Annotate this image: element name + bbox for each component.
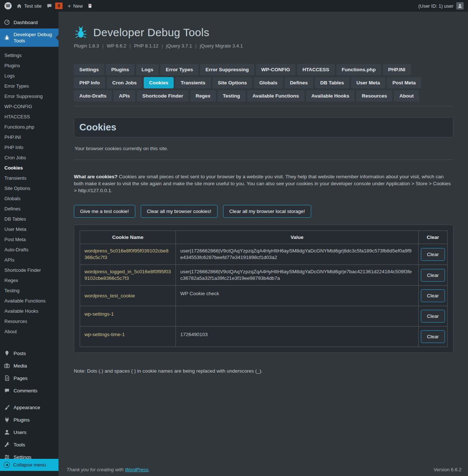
section-subtitle: Your browser cookies currently on this s… (75, 146, 453, 151)
tab-settings[interactable]: Settings (74, 64, 104, 75)
sidebar-sub-apis[interactable]: APIs (0, 255, 58, 265)
sidebar-item-pages[interactable]: Pages (0, 372, 58, 384)
sidebar-item-label: Posts (14, 350, 26, 357)
tab-db-tables[interactable]: DB Tables (315, 77, 350, 88)
tab-plugins[interactable]: Plugins (106, 64, 135, 75)
sidebar-sub-php-ini[interactable]: PHP.INI (0, 132, 58, 142)
sidebar-sub-db-tables[interactable]: DB Tables (0, 214, 58, 224)
divider (74, 160, 453, 160)
tab-shortcode-finder[interactable]: Shortcode Finder (137, 90, 189, 102)
sidebar-sub-globals[interactable]: Globals (0, 194, 58, 204)
sidebar-sub-transients[interactable]: Transients (0, 173, 58, 183)
clear-local-storage-button[interactable]: Clear all my browser local storage! (223, 205, 311, 218)
clear-cookie-button[interactable]: Clear (421, 310, 445, 323)
tab-logs[interactable]: Logs (136, 64, 159, 75)
tab-functions-php[interactable]: Functions.php (336, 64, 381, 75)
tab-resources[interactable]: Resources (356, 90, 392, 102)
cookie-name: wp-settings-1 (80, 306, 176, 327)
clear-cookie-button[interactable]: Clear (421, 248, 445, 261)
sidebar-sub-cookies[interactable]: Cookies (0, 163, 58, 173)
sidebar-sub-available-functions[interactable]: Available Functions (0, 296, 58, 306)
info-body: Cookies are small pieces of text sent to… (74, 174, 451, 193)
sidebar-sub-cron-jobs[interactable]: Cron Jobs (0, 153, 58, 163)
sidebar-item-comments[interactable]: Comments (0, 384, 58, 397)
sidebar-sub-auto-drafts[interactable]: Auto-Drafts (0, 245, 58, 255)
sidebar-sub-error-types[interactable]: Error Types (0, 81, 58, 91)
tab-htaccess[interactable]: HTACCESS (297, 64, 335, 75)
comments-bubble[interactable]: 0 (46, 3, 63, 9)
tab-wp-config[interactable]: WP-CONFIG (256, 64, 296, 75)
tab-php-ini[interactable]: PHP.INI (383, 64, 411, 75)
sidebar-sub-settings[interactable]: Settings (0, 50, 58, 61)
collapse-menu-button[interactable]: ◀ Collapse menu (0, 459, 58, 471)
tab-error-suppressing[interactable]: Error Suppressing (200, 64, 254, 75)
wordpress-link[interactable]: WordPress (125, 467, 148, 472)
sidebar-sub-site-options[interactable]: Site Options (0, 183, 58, 194)
sidebar-item-tools[interactable]: Tools (0, 438, 58, 451)
table-row: wordpress_logged_in_5c016e8f0f95f039102c… (80, 265, 448, 286)
page-title: Developer Debug Tools (93, 26, 210, 39)
tab-globals[interactable]: Globals (254, 77, 283, 88)
clear-browser-cookies-button[interactable]: Clear all my browser cookies! (141, 205, 218, 218)
sidebar-sub-resources[interactable]: Resources (0, 316, 58, 327)
cookie-name: wordpress_test_cookie (80, 286, 176, 306)
tab-php-info[interactable]: PHP Info (74, 77, 105, 88)
clear-cookie-button[interactable]: Clear (421, 289, 445, 302)
test-cookie-button[interactable]: Give me a test cookie! (74, 205, 135, 218)
sidebar-item-label: Appearance (14, 404, 40, 411)
sidebar-sub-user-meta[interactable]: User Meta (0, 224, 58, 235)
tab-transients[interactable]: Transients (175, 77, 211, 88)
plug-icon (4, 417, 10, 423)
tab-post-meta[interactable]: Post Meta (387, 77, 421, 88)
tab-cron-jobs[interactable]: Cron Jobs (107, 77, 142, 88)
tab-about[interactable]: About (394, 90, 419, 102)
sidebar-sub-functions-php[interactable]: Functions.php (0, 122, 58, 132)
wordpress-logo-icon[interactable]: W (4, 2, 12, 9)
sidebar-item-media[interactable]: Media (0, 359, 58, 372)
user-info-label[interactable]: (User ID: 1) user (418, 3, 453, 9)
sidebar-sub-shortcode-finder[interactable]: Shortcode Finder (0, 265, 58, 275)
sidebar-sub-testing[interactable]: Testing (0, 286, 58, 296)
tab-available-functions[interactable]: Available Functions (247, 90, 305, 102)
tab-error-types[interactable]: Error Types (160, 64, 199, 75)
book-icon[interactable] (87, 3, 93, 8)
tab-user-meta[interactable]: User Meta (351, 77, 386, 88)
site-name-link[interactable]: Test site (16, 3, 42, 9)
sidebar-item-dashboard[interactable]: Dashboard (0, 16, 58, 28)
tab-available-hooks[interactable]: Available Hooks (306, 90, 355, 102)
sidebar-sub-available-hooks[interactable]: Available Hooks (0, 306, 58, 316)
tab-regex[interactable]: Regex (190, 90, 216, 102)
sidebar-item-developer-debug-tools[interactable]: Developer Debug Tools (0, 28, 58, 47)
meta-separator: | (192, 43, 200, 49)
sidebar-sub-about[interactable]: About (0, 327, 58, 337)
page-header: Developer Debug Tools (74, 26, 453, 39)
sidebar-sub-htaccess[interactable]: HTACCESS (0, 112, 58, 122)
sidebar-sub-defines[interactable]: Defines (0, 204, 58, 214)
sidebar-item-label: Developer Debug Tools (14, 31, 55, 44)
sidebar-sub-plugins[interactable]: Plugins (0, 61, 58, 71)
sidebar-item-posts[interactable]: Posts (0, 347, 58, 359)
tab-site-options[interactable]: Site Options (212, 77, 253, 88)
meta-wp: WP 6.6.2 (107, 43, 126, 49)
sidebar-item-plugins[interactable]: Plugins (0, 414, 58, 426)
tab-cookies[interactable]: Cookies (144, 77, 174, 88)
sidebar-sub-regex[interactable]: Regex (0, 275, 58, 286)
new-content-button[interactable]: + New (67, 3, 83, 9)
camera-icon (4, 363, 10, 369)
clear-cookie-button[interactable]: Clear (421, 269, 445, 282)
sidebar-sub-post-meta[interactable]: Post Meta (0, 235, 58, 245)
tab-auto-drafts[interactable]: Auto-Drafts (74, 90, 112, 102)
avatar[interactable] (456, 2, 464, 9)
sidebar-item-users[interactable]: Users (0, 426, 58, 438)
sidebar-item-appearance[interactable]: Appearance (0, 401, 58, 414)
sidebar-sub-error-suppressing[interactable]: Error Suppressing (0, 91, 58, 102)
tab-apis[interactable]: APIs (113, 90, 135, 102)
sidebar-sub-logs[interactable]: Logs (0, 71, 58, 81)
sidebar-sub-wp-config[interactable]: WP-CONFIG (0, 102, 58, 112)
sidebar-sub-php-info[interactable]: PHP Info (0, 142, 58, 153)
home-icon (16, 3, 22, 9)
tab-defines[interactable]: Defines (284, 77, 313, 88)
tab-testing[interactable]: Testing (218, 90, 246, 102)
cookies-info-text: What are cookies? Cookies are small piec… (74, 173, 453, 194)
clear-cookie-button[interactable]: Clear (421, 330, 445, 343)
